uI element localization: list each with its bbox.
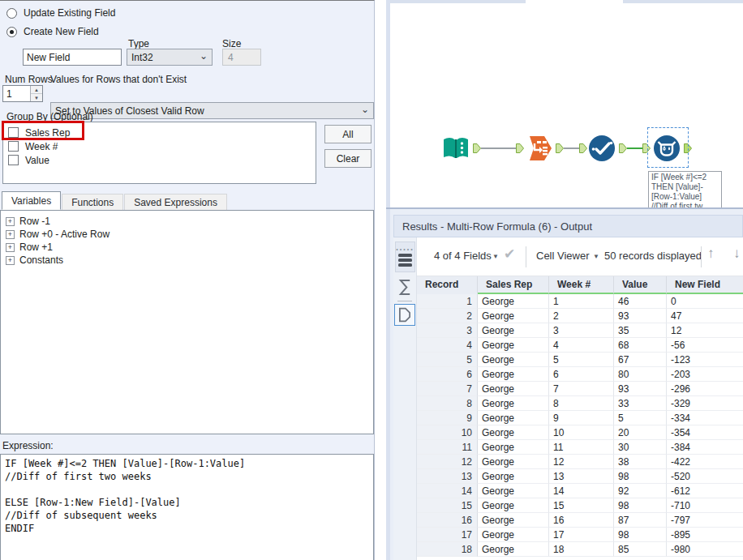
records-view-button[interactable]: ••••• <box>395 242 415 272</box>
create-new-field-radio[interactable] <box>6 27 17 37</box>
record-number-cell[interactable]: 3 <box>417 323 478 338</box>
grid-cell[interactable]: 47 <box>667 309 743 323</box>
grid-cell[interactable]: George <box>478 455 549 469</box>
grid-cell[interactable]: George <box>478 411 549 425</box>
record-number-cell[interactable]: 12 <box>417 455 478 469</box>
grid-cell[interactable]: 30 <box>614 440 667 455</box>
grid-cell[interactable]: George <box>478 469 549 484</box>
grid-cell[interactable]: 4 <box>549 338 614 353</box>
grid-cell[interactable]: 46 <box>614 294 667 309</box>
grid-cell[interactable]: 6 <box>549 367 614 382</box>
grid-cell[interactable]: 85 <box>614 542 667 557</box>
grid-cell[interactable]: 93 <box>614 309 667 323</box>
grid-cell[interactable]: -710 <box>667 498 743 513</box>
grid-cell[interactable]: -520 <box>667 469 743 484</box>
grid-cell[interactable]: 3 <box>549 323 614 338</box>
grid-cell[interactable]: George <box>478 367 549 382</box>
grid-cell[interactable]: 17 <box>549 528 614 542</box>
grid-cell[interactable]: -329 <box>667 396 743 411</box>
cell-viewer-dropdown[interactable]: Cell Viewer <box>536 250 590 262</box>
variables-tree[interactable]: + Row -1 + Row +0 - Active Row + Row +1 … <box>0 210 374 434</box>
tab-functions[interactable]: Functions <box>62 194 123 210</box>
values-for-rows-dropdown[interactable]: Set to Values of Closest Valid Row ⌄ <box>50 102 374 119</box>
grid-cell[interactable]: 15 <box>549 498 614 513</box>
grid-cell[interactable]: -354 <box>667 425 743 440</box>
grid-cell[interactable]: George <box>478 498 549 513</box>
record-number-cell[interactable]: 18 <box>417 542 478 557</box>
grid-cell[interactable]: 68 <box>614 338 667 353</box>
grid-cell[interactable]: -980 <box>667 542 743 557</box>
record-number-cell[interactable]: 7 <box>417 382 478 396</box>
grid-cell[interactable]: 2 <box>549 309 614 323</box>
all-button[interactable]: All <box>324 125 372 143</box>
expand-plus-icon[interactable]: + <box>6 230 15 239</box>
output-anchor-icon[interactable] <box>619 143 627 153</box>
grid-cell[interactable]: 1 <box>549 294 614 309</box>
select-tool[interactable] <box>586 133 617 164</box>
grid-cell[interactable]: 98 <box>614 469 667 484</box>
grid-cell[interactable]: 12 <box>667 323 743 338</box>
generate-rows-tool[interactable] <box>523 133 554 164</box>
tab-saved-expressions[interactable]: Saved Expressions <box>124 194 227 210</box>
grid-cell[interactable]: George <box>478 425 549 440</box>
spin-down-icon[interactable]: ▼ <box>31 94 42 101</box>
record-number-cell[interactable]: 2 <box>417 309 478 323</box>
record-number-cell[interactable]: 16 <box>417 513 478 528</box>
column-header-record[interactable]: Record <box>417 276 478 294</box>
grid-cell[interactable]: George <box>478 323 549 338</box>
grid-cell[interactable]: -334 <box>667 411 743 425</box>
input-data-tool[interactable] <box>440 133 471 164</box>
grid-cell[interactable]: George <box>478 338 549 353</box>
column-header-new-field[interactable]: New Field <box>667 276 743 294</box>
expand-plus-icon[interactable]: + <box>6 256 15 265</box>
grid-cell[interactable]: 93 <box>614 382 667 396</box>
input-connection-icon[interactable] <box>397 278 413 297</box>
grid-cell[interactable]: 5 <box>549 353 614 367</box>
grid-cell[interactable]: George <box>478 396 549 411</box>
grid-cell[interactable]: George <box>478 440 549 455</box>
output-anchor-icon[interactable] <box>473 143 481 153</box>
grid-cell[interactable]: George <box>478 353 549 367</box>
arrow-down-icon[interactable]: ↓ <box>733 246 741 262</box>
grid-cell[interactable]: -384 <box>667 440 743 455</box>
grid-cell[interactable]: 7 <box>549 382 614 396</box>
grid-cell[interactable]: George <box>478 309 549 323</box>
tree-item-constants[interactable]: + Constants <box>1 254 373 267</box>
grid-cell[interactable]: 33 <box>614 396 667 411</box>
grid-cell[interactable]: George <box>478 382 549 396</box>
record-number-cell[interactable]: 13 <box>417 469 478 484</box>
results-titlebar[interactable]: Results - Multi-Row Formula (6) - Output <box>393 215 743 237</box>
checkbox-icon[interactable] <box>8 155 19 165</box>
grid-cell[interactable]: 14 <box>549 484 614 498</box>
fields-summary-dropdown[interactable]: 4 of 4 Fields <box>434 250 492 262</box>
grid-cell[interactable]: George <box>478 542 549 557</box>
record-number-cell[interactable]: 15 <box>417 498 478 513</box>
grid-cell[interactable]: 10 <box>549 425 614 440</box>
record-number-cell[interactable]: 9 <box>417 411 478 425</box>
record-number-cell[interactable]: 4 <box>417 338 478 353</box>
group-by-item-week[interactable]: Week # <box>3 139 316 153</box>
grid-cell[interactable]: 18 <box>549 542 614 557</box>
workflow-canvas[interactable]: IF [Week #]<=2 THEN [Value]- [Row-1:Valu… <box>390 0 743 209</box>
grid-cell[interactable]: -203 <box>667 367 743 382</box>
tab-variables[interactable]: Variables <box>2 191 61 210</box>
expression-editor[interactable]: IF [Week #]<=2 THEN [Value]-[Row-1:Value… <box>0 454 374 560</box>
clear-button[interactable]: Clear <box>324 149 372 168</box>
grid-cell[interactable]: 0 <box>667 294 743 309</box>
output-connection-button[interactable] <box>394 304 415 326</box>
panel-divider[interactable] <box>375 0 390 560</box>
record-number-cell[interactable]: 6 <box>417 367 478 382</box>
arrow-up-icon[interactable]: ↑ <box>707 246 715 262</box>
grid-cell[interactable]: -56 <box>667 338 743 353</box>
group-by-item-value[interactable]: Value <box>3 153 316 167</box>
grid-cell[interactable]: 16 <box>549 513 614 528</box>
grid-cell[interactable]: George <box>478 484 549 498</box>
num-rows-spin-buttons[interactable]: ▲▼ <box>30 86 42 101</box>
apply-check-icon[interactable]: ✔ <box>504 246 515 263</box>
grid-cell[interactable]: 98 <box>614 528 667 542</box>
grid-cell[interactable]: 12 <box>549 455 614 469</box>
grid-cell[interactable]: 87 <box>614 513 667 528</box>
grid-cell[interactable]: 20 <box>614 425 667 440</box>
column-header-sales-rep[interactable]: Sales Rep <box>478 276 549 294</box>
caret-down-icon[interactable]: ▼ <box>593 253 599 260</box>
